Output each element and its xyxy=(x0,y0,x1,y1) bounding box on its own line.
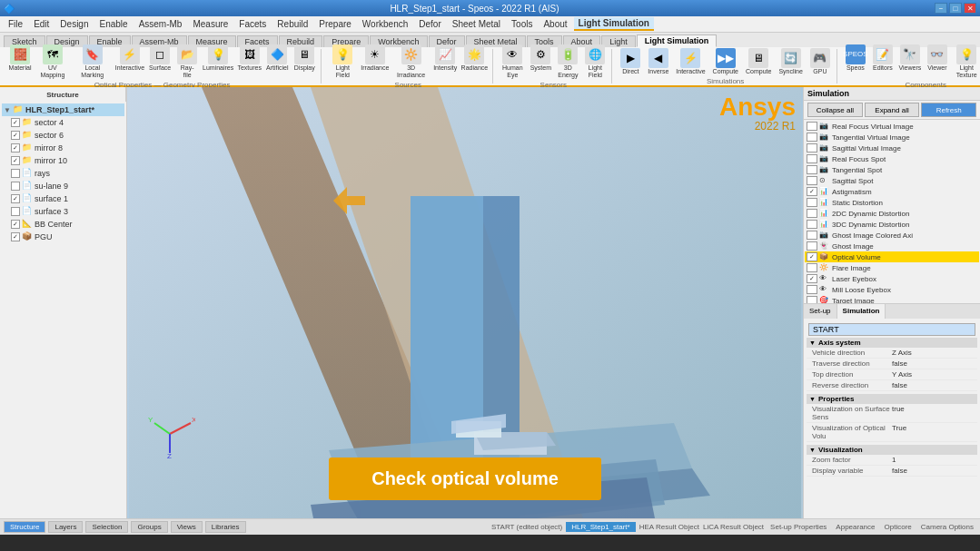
sim-check-0[interactable] xyxy=(807,122,817,131)
identifier-field[interactable]: START xyxy=(808,323,975,336)
menu-item-rebuild[interactable]: Rebuild xyxy=(272,18,312,30)
sim-item-7[interactable]: 📊 Static Distortion xyxy=(805,197,979,208)
tree-item-3[interactable]: 📁 mirror 10 xyxy=(2,154,124,167)
status-tab-selection[interactable]: Selection xyxy=(85,521,128,533)
ribbon-btn-human-eye[interactable]: 👁 Human Eye xyxy=(499,44,526,79)
ribbon-btn-textures[interactable]: 🖼 Textures xyxy=(236,44,262,79)
tree-checkbox-1[interactable] xyxy=(11,131,20,140)
ribbon-btn-luminaires[interactable]: 💡 Luminaires xyxy=(202,44,234,79)
ribbon-btn-editors[interactable]: 📝 Editors xyxy=(870,44,896,79)
sim-check-5[interactable] xyxy=(807,176,817,185)
sim-item-15[interactable]: 👁 Mill Loose Eyebox xyxy=(805,284,979,295)
ribbon-btn-interactive[interactable]: ⚡ Interactive xyxy=(673,47,708,76)
ribbon-btn-intensity[interactable]: 📈 Intensity xyxy=(432,44,459,79)
sim-check-1[interactable] xyxy=(807,133,817,142)
menu-item-assem-mb[interactable]: Assem-Mb xyxy=(134,18,187,30)
camera-options-btn[interactable]: Camera Options xyxy=(918,522,976,532)
prop-section-header-0[interactable]: ▼Axis system xyxy=(807,338,977,348)
sim-item-16[interactable]: 🎯 Target Image xyxy=(805,295,979,303)
tab-setup[interactable]: Set-up xyxy=(804,304,837,319)
tree-item-2[interactable]: 📁 mirror 8 xyxy=(2,142,124,154)
ribbon-btn-radiance[interactable]: 🌟 Radiance xyxy=(460,44,490,79)
close-button[interactable]: ✕ xyxy=(964,3,976,14)
ribbon-btn-artificiel[interactable]: 🔷 Artificiel xyxy=(264,44,290,79)
sim-check-15[interactable] xyxy=(807,285,817,294)
prop-section-header-1[interactable]: ▼Properties xyxy=(807,394,977,404)
ribbon-btn-syncline[interactable]: 🔄 Syncline xyxy=(776,47,805,76)
sim-check-7[interactable] xyxy=(807,198,817,207)
tree-checkbox-7[interactable] xyxy=(11,207,20,216)
sim-check-11[interactable] xyxy=(807,241,817,251)
menu-item-defor[interactable]: Defor xyxy=(414,18,445,30)
ribbon-btn-viewer[interactable]: 👓 Viewer xyxy=(925,44,950,79)
ribbon-btn-light-texture[interactable]: 💡 Light Texture xyxy=(952,44,980,79)
ribbon-btn-speos[interactable]: SPEOS Speos xyxy=(843,44,868,79)
sim-item-0[interactable]: 📷 Real Focus Virtual Image xyxy=(805,121,979,132)
ribbon-btn-compute[interactable]: ▶▶ Compute xyxy=(710,47,741,76)
status-tab-layers[interactable]: Layers xyxy=(48,521,83,533)
menu-item-edit[interactable]: Edit xyxy=(29,18,54,30)
tree-expand-root[interactable]: ▼ xyxy=(4,106,13,114)
tree-item-5[interactable]: 📄 su-lane 9 xyxy=(2,180,124,192)
sim-item-12[interactable]: ✓ 📦 Optical Volume xyxy=(805,251,979,262)
sim-item-13[interactable]: 🔆 Flare Image xyxy=(805,262,979,273)
menu-item-about[interactable]: About xyxy=(539,18,571,30)
collapse-all-button[interactable]: Collapse all xyxy=(807,103,863,117)
ribbon-btn-lightfield2[interactable]: 🌐 Light Field xyxy=(582,44,608,79)
menu-item-tools[interactable]: Tools xyxy=(507,18,537,30)
sim-item-2[interactable]: 📷 Sagittal Virtual Image xyxy=(805,143,979,153)
tree-checkbox-3[interactable] xyxy=(11,156,20,165)
ribbon-btn-system[interactable]: ⚙ System xyxy=(528,44,553,79)
ribbon-btn-surface[interactable]: ◻ Surface xyxy=(147,44,173,79)
sim-check-3[interactable] xyxy=(807,154,817,163)
menu-item-sheet-metal[interactable]: Sheet Metal xyxy=(448,18,505,30)
ribbon-tab-light-simulation[interactable]: Light Simulation xyxy=(637,34,718,47)
ribbon-btn-local-marking[interactable]: 🔖 Local Marking xyxy=(73,44,113,79)
tree-item-0[interactable]: 📁 sector 4 xyxy=(2,116,124,129)
tree-item-8[interactable]: 📐 BB Center xyxy=(2,218,124,231)
tree-root[interactable]: ▼ 📁 HLR_Step1_start* xyxy=(2,103,124,116)
sim-check-16[interactable] xyxy=(807,296,817,303)
menu-item-light-simulation[interactable]: Light Simulation xyxy=(574,17,654,31)
menu-item-measure[interactable]: Measure xyxy=(188,18,233,30)
ribbon-btn-viewers[interactable]: 🔭 Viewers xyxy=(897,44,923,79)
sim-item-1[interactable]: 📷 Tangential Virtual Image xyxy=(805,132,979,143)
sim-check-14[interactable]: ✓ xyxy=(807,274,817,283)
appearance-btn[interactable]: Appearance xyxy=(833,522,877,532)
sim-item-3[interactable]: 📷 Real Focus Spot xyxy=(805,153,979,164)
sim-check-9[interactable] xyxy=(807,220,817,229)
sim-item-5[interactable]: ⊙ Sagittal Spot xyxy=(805,175,979,186)
ribbon-btn-material[interactable]: 🧱 Material xyxy=(7,44,33,79)
opticore-btn[interactable]: Opticore xyxy=(882,522,915,532)
ribbon-btn-lightfield[interactable]: 💡 Light Field xyxy=(327,44,358,79)
sim-item-4[interactable]: 📷 Tangential Spot xyxy=(805,164,979,175)
tree-item-9[interactable]: 📦 PGU xyxy=(2,231,124,243)
sim-item-11[interactable]: 👻 Ghost Image xyxy=(805,241,979,251)
ribbon-btn-irradiance[interactable]: ☀ Irradiance xyxy=(360,44,390,79)
ribbon-btn-display[interactable]: 🖥 Display xyxy=(292,44,317,79)
viewport[interactable]: START (edited object) ◀ ▶ xyxy=(127,87,803,518)
sim-check-8[interactable] xyxy=(807,209,817,218)
sim-item-8[interactable]: 📊 2DC Dynamic Distortion xyxy=(805,208,979,219)
menu-item-workbench[interactable]: Workbench xyxy=(358,18,412,30)
ribbon-btn-rayfile[interactable]: 📂 Ray-file xyxy=(174,44,200,79)
sim-item-9[interactable]: 📊 3DC Dynamic Distortion xyxy=(805,219,979,230)
status-tab-libraries[interactable]: Libraries xyxy=(205,521,246,533)
sim-item-10[interactable]: 📷 Ghost Image Colored Axi xyxy=(805,230,979,241)
tree-checkbox-8[interactable] xyxy=(11,220,20,229)
menu-item-file[interactable]: File xyxy=(4,18,27,30)
tree-item-6[interactable]: 📄 surface 1 xyxy=(2,192,124,205)
expand-all-button[interactable]: Expand all xyxy=(865,103,920,117)
tree-checkbox-5[interactable] xyxy=(11,182,20,191)
tree-checkbox-4[interactable] xyxy=(11,169,20,178)
sim-check-13[interactable] xyxy=(807,263,817,272)
sim-check-4[interactable] xyxy=(807,165,817,174)
tree-checkbox-2[interactable] xyxy=(11,143,20,153)
tab-simulation[interactable]: Simulation xyxy=(837,304,886,319)
tree-item-1[interactable]: 📁 sector 6 xyxy=(2,129,124,142)
ribbon-btn-3d-energy[interactable]: 🔋 3D Energy xyxy=(555,44,580,79)
tab-structure[interactable]: Structure xyxy=(0,87,126,102)
tree-item-7[interactable]: 📄 surface 3 xyxy=(2,205,124,218)
maximize-button[interactable]: □ xyxy=(949,3,962,14)
minimize-button[interactable]: − xyxy=(935,3,947,14)
